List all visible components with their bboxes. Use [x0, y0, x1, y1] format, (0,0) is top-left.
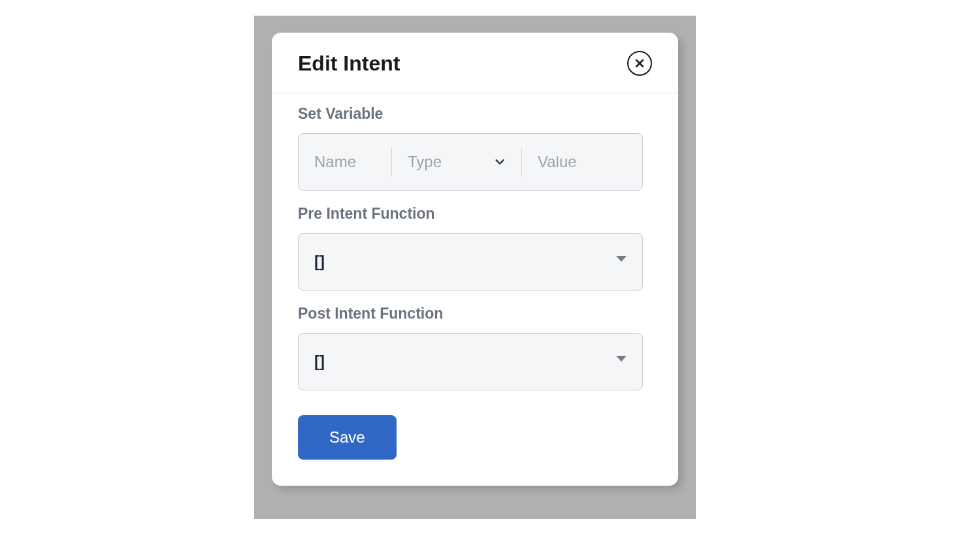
- variable-value-input[interactable]: [538, 153, 627, 171]
- set-variable-group: Type: [298, 133, 643, 191]
- close-button[interactable]: [627, 51, 652, 76]
- set-variable-label: Set Variable: [298, 105, 652, 123]
- variable-name-segment[interactable]: [299, 134, 391, 190]
- pre-intent-dropdown[interactable]: []: [298, 233, 643, 291]
- close-icon: [634, 58, 645, 69]
- variable-type-select[interactable]: Type: [392, 134, 521, 190]
- post-intent-value: []: [314, 353, 325, 371]
- caret-down-icon: [616, 256, 627, 262]
- chevron-down-icon: [494, 156, 506, 168]
- caret-down-icon: [616, 356, 627, 362]
- pre-intent-value: []: [314, 253, 325, 271]
- post-intent-dropdown[interactable]: []: [298, 333, 643, 390]
- variable-name-input[interactable]: [314, 153, 376, 171]
- modal-header: Edit Intent: [272, 33, 678, 93]
- modal-title: Edit Intent: [298, 52, 400, 76]
- save-button[interactable]: Save: [298, 415, 397, 460]
- post-intent-label: Post Intent Function: [298, 305, 652, 323]
- modal-body: Set Variable Type Pre Intent Function []…: [272, 93, 678, 486]
- variable-type-placeholder: Type: [408, 153, 442, 171]
- pre-intent-label: Pre Intent Function: [298, 205, 652, 223]
- variable-value-segment[interactable]: [522, 134, 642, 190]
- edit-intent-modal: Edit Intent Set Variable Type: [272, 33, 678, 486]
